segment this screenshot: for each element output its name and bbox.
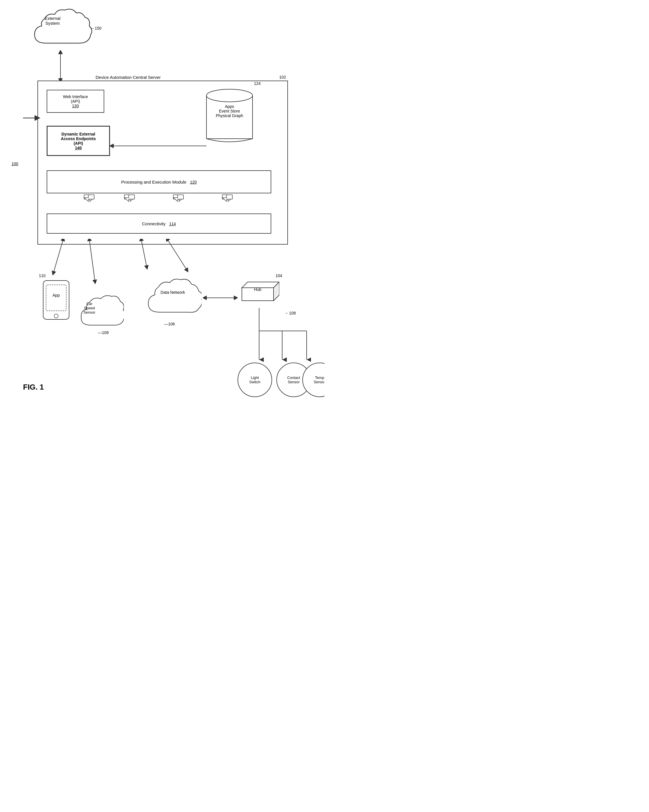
svg-marker-8 bbox=[173, 195, 184, 201]
proc-conn-arrows bbox=[61, 193, 263, 214]
svg-point-19 bbox=[54, 314, 58, 318]
svg-marker-7 bbox=[124, 195, 135, 201]
car-speed-ref: —109 bbox=[98, 330, 109, 335]
data-network-cloud: Data Network bbox=[144, 276, 202, 319]
svg-line-14 bbox=[89, 239, 95, 282]
ext-server-arrow bbox=[56, 50, 65, 82]
hub-shape: Hub 104 bbox=[236, 279, 279, 309]
hub-ref2: ←108 bbox=[285, 311, 296, 315]
external-system-label: ExternalSystem bbox=[44, 16, 60, 26]
hub-label: Hub bbox=[242, 287, 274, 292]
processing-module-box: Processing and Execution Module 120 bbox=[47, 170, 271, 193]
svg-marker-4 bbox=[84, 195, 94, 201]
svg-marker-21 bbox=[242, 282, 279, 288]
app-ref: 110 bbox=[39, 273, 46, 278]
external-system-ref: ←150 bbox=[91, 26, 101, 31]
svg-marker-6 bbox=[124, 195, 135, 201]
fig-label: FIG. 1 bbox=[23, 383, 44, 392]
svg-marker-9 bbox=[173, 195, 184, 201]
data-network-label: Data Network bbox=[150, 290, 196, 295]
svg-marker-10 bbox=[222, 195, 233, 201]
apps-store-cylinder: AppsEvent StorePhysical Graph 124 bbox=[205, 87, 254, 146]
svg-marker-11 bbox=[222, 195, 233, 201]
server-label: Device Automation Central Server bbox=[96, 75, 161, 80]
web-interface-box: Web Interface(API) 130 bbox=[47, 90, 104, 113]
server-box: Device Automation Central Server 102 Web… bbox=[37, 81, 288, 244]
apps-to-dynamic-arrow bbox=[110, 142, 208, 150]
data-network-ref: —106 bbox=[164, 322, 175, 326]
car-speed-cloud: CarSpeedSensor bbox=[78, 293, 124, 331]
dynamic-endpoints-box: Dynamic ExternalAccess Endpoints(API) 14… bbox=[47, 126, 110, 156]
diagram-container: ExternalSystem ←150 Device Automation Ce… bbox=[0, 0, 324, 406]
apps-store-label: AppsEvent StorePhysical Graph bbox=[205, 104, 254, 118]
app-label: App bbox=[42, 293, 70, 298]
system-ref: 100 bbox=[12, 161, 18, 166]
external-system-cloud: ExternalSystem bbox=[29, 6, 92, 52]
connectivity-box: Connectivity 114 bbox=[47, 214, 271, 234]
light-switch-node: LightSwitch bbox=[237, 363, 272, 397]
server-ref: 102 bbox=[279, 75, 286, 79]
apps-store-ref: 124 bbox=[254, 81, 260, 86]
car-speed-label: CarSpeedSensor bbox=[84, 302, 95, 314]
network-hub-arrow bbox=[203, 293, 237, 302]
svg-point-2 bbox=[207, 89, 253, 102]
app-device: App 110 bbox=[42, 279, 70, 322]
hub-ref: 104 bbox=[276, 273, 282, 278]
svg-marker-5 bbox=[84, 195, 94, 201]
svg-rect-18 bbox=[46, 285, 66, 311]
hub-sensor-lines bbox=[253, 308, 311, 365]
